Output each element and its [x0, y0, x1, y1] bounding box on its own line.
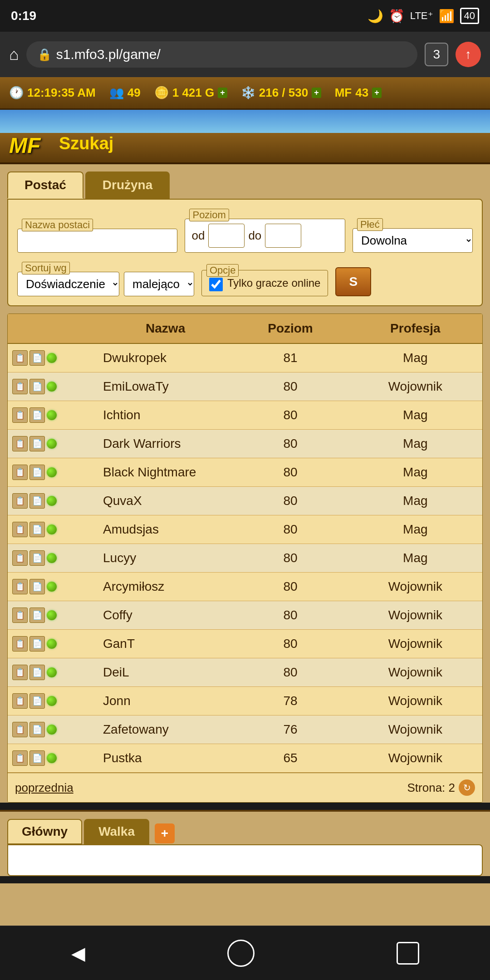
profile-icon[interactable]: 📋 [12, 608, 28, 623]
chat-tab-battle[interactable]: Walka [84, 819, 149, 844]
player-class: Wojownik [353, 665, 478, 680]
prev-page-link[interactable]: poprzednia [15, 781, 74, 795]
player-level: 80 [228, 579, 353, 594]
table-row[interactable]: 📋 📄 Pustka 65 Wojownik [8, 744, 482, 773]
tab-postac[interactable]: Postać [7, 172, 83, 199]
tab-druzyna[interactable]: Drużyna [85, 172, 170, 199]
back-button[interactable]: ◀ [62, 934, 94, 973]
mf-plus-btn[interactable]: + [372, 88, 382, 98]
profile-icon[interactable]: 📋 [12, 636, 28, 652]
profile-icon[interactable]: 📋 [12, 493, 28, 509]
status-icons: 🌙 ⏰ LTE⁺ 📶 40 [368, 8, 479, 24]
table-row[interactable]: 📋 📄 Arcymiłosz 80 Wojownik [8, 573, 482, 601]
opcje-label: Opcje [206, 264, 239, 277]
gold-plus-btn[interactable]: + [218, 88, 227, 98]
profile-icon[interactable]: 📋 [12, 407, 28, 423]
profile-icon[interactable]: 📋 [12, 665, 28, 680]
stat-gold: 🪙 1 421 G + [154, 86, 227, 100]
player-name: GanT [103, 637, 228, 651]
stats-icon[interactable]: 📄 [29, 722, 45, 737]
stats-icon[interactable]: 📄 [29, 407, 45, 423]
table-row[interactable]: 📋 📄 Coffy 80 Wojownik [8, 601, 482, 630]
table-row[interactable]: 📋 📄 Dwukropek 81 Mag [8, 344, 482, 372]
status-time: 0:19 [11, 9, 36, 23]
table-row[interactable]: 📋 📄 EmiLowaTy 80 Wojownik [8, 372, 482, 401]
home-icon[interactable]: ⌂ [9, 45, 19, 64]
page-refresh-btn[interactable]: ↻ [459, 779, 475, 796]
profile-icon[interactable]: 📋 [12, 465, 28, 480]
table-row[interactable]: 📋 📄 Black Nightmare 80 Mag [8, 458, 482, 487]
game-stats-bar: 🕐 12:19:35 AM 👥 49 🪙 1 421 G + ❄️ 216 / … [0, 77, 490, 110]
recents-button[interactable] [387, 933, 428, 974]
profile-icon[interactable]: 📋 [12, 379, 28, 394]
sort-order-select[interactable]: malejąco [124, 272, 194, 296]
profile-icon[interactable]: 📋 [12, 522, 28, 537]
table-row[interactable]: 📋 📄 Amudsjas 80 Mag [8, 515, 482, 544]
chat-input[interactable] [15, 852, 475, 866]
stats-icon[interactable]: 📄 [29, 750, 45, 766]
moon-icon: 🌙 [368, 9, 383, 24]
upload-button[interactable]: ↑ [456, 42, 481, 67]
stats-icon[interactable]: 📄 [29, 522, 45, 537]
chat-tabs: Główny Walka + [0, 812, 490, 844]
chat-add-tab-btn[interactable]: + [155, 823, 175, 843]
stats-icon[interactable]: 📄 [29, 436, 45, 451]
table-row[interactable]: 📋 📄 Dark Warriors 80 Mag [8, 430, 482, 458]
table-row[interactable]: 📋 📄 Ichtion 80 Mag [8, 401, 482, 430]
table-row[interactable]: 📋 📄 DeiL 80 Wojownik [8, 658, 482, 687]
profile-icon[interactable]: 📋 [12, 550, 28, 566]
stats-icon[interactable]: 📄 [29, 608, 45, 623]
profile-icon[interactable]: 📋 [12, 579, 28, 594]
resource-icon: ❄️ [241, 86, 255, 100]
resource-plus-btn[interactable]: + [312, 88, 321, 98]
search-button[interactable]: S [335, 267, 371, 296]
player-class: Wojownik [353, 379, 478, 394]
row-icons: 📋 📄 [12, 722, 103, 737]
plec-select[interactable]: Dowolna [353, 228, 473, 253]
form-row-2: Sortuj wg Doświadczenie malejąco Opcje T… [17, 260, 473, 296]
online-only-checkbox[interactable] [209, 278, 223, 291]
stats-icon[interactable]: 📄 [29, 493, 45, 509]
profile-icon[interactable]: 📋 [12, 722, 28, 737]
nazwa-input[interactable] [24, 234, 124, 248]
table-row[interactable]: 📋 📄 Jonn 78 Wojownik [8, 687, 482, 715]
stats-icon[interactable]: 📄 [29, 693, 45, 709]
table-row[interactable]: 📋 📄 QuvaX 80 Mag [8, 487, 482, 515]
player-class: Wojownik [353, 637, 478, 651]
player-name: Zafetowany [103, 722, 228, 737]
home-button[interactable] [218, 931, 264, 976]
stats-icon[interactable]: 📄 [29, 665, 45, 680]
level-to-input[interactable] [265, 224, 301, 248]
chat-tab-main[interactable]: Główny [7, 819, 82, 844]
stats-icon[interactable]: 📄 [29, 579, 45, 594]
stats-icon[interactable]: 📄 [29, 550, 45, 566]
profile-icon[interactable]: 📋 [12, 436, 28, 451]
tabs-button[interactable]: 3 [425, 43, 448, 66]
nazwa-input-wrapper [17, 229, 177, 253]
stats-icon[interactable]: 📄 [29, 636, 45, 652]
player-level: 76 [228, 722, 353, 737]
table-row[interactable]: 📋 📄 GanT 80 Wojownik [8, 630, 482, 658]
chat-input-area[interactable] [7, 844, 483, 876]
url-bar[interactable]: 🔒 s1.mfo3.pl/game/ [26, 41, 418, 68]
online-indicator [47, 553, 57, 563]
stats-icon[interactable]: 📄 [29, 465, 45, 480]
sort-by-select[interactable]: Doświadczenie [17, 272, 119, 296]
profile-icon[interactable]: 📋 [12, 750, 28, 766]
plec-field: Płeć Dowolna [353, 225, 473, 253]
online-indicator [47, 610, 57, 620]
row-icons: 📋 📄 [12, 608, 103, 623]
profile-icon[interactable]: 📋 [12, 350, 28, 366]
player-level: 78 [228, 694, 353, 708]
table-row[interactable]: 📋 📄 Zafetowany 76 Wojownik [8, 715, 482, 744]
sortuj-label: Sortuj wg [22, 262, 70, 274]
player-class: Wojownik [353, 579, 478, 594]
table-row[interactable]: 📋 📄 Lucyy 80 Mag [8, 544, 482, 573]
stats-icon[interactable]: 📄 [29, 379, 45, 394]
profile-icon[interactable]: 📋 [12, 693, 28, 709]
browser-bar: ⌂ 🔒 s1.mfo3.pl/game/ 3 ↑ [0, 32, 490, 77]
stat-resources: ❄️ 216 / 530 + [241, 86, 321, 100]
stats-icon[interactable]: 📄 [29, 350, 45, 366]
home-circle [227, 940, 255, 967]
level-from-input[interactable] [208, 224, 245, 248]
